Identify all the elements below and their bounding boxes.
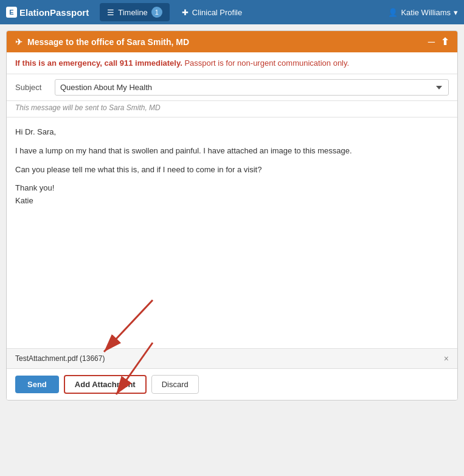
user-label: Katie Williams: [401, 8, 451, 17]
attachment-filename: TestAttachment.pdf (13667): [15, 354, 105, 363]
top-navigation: E ElationPassport ☰ Timeline 1 ✚ Clinica…: [0, 0, 464, 24]
emergency-bold: If this is an emergency, call 911 immedi…: [15, 58, 182, 68]
user-icon: 👤: [388, 8, 398, 17]
discard-button[interactable]: Discard: [151, 375, 199, 394]
minimize-button[interactable]: ─: [428, 37, 435, 47]
emergency-normal: Passport is for non-urgent communication…: [182, 58, 349, 68]
body-line-3: Can you please tell me what this is, and…: [15, 164, 449, 177]
header-actions: ─ ⬆: [428, 36, 449, 47]
add-attachment-button[interactable]: Add Attachment: [64, 375, 147, 394]
list-icon: ☰: [107, 8, 114, 17]
send-icon: ✈: [15, 37, 23, 47]
logo-text: ElationPassport: [19, 7, 89, 18]
clinical-profile-button[interactable]: ✚ Clinical Profile: [175, 3, 249, 21]
subject-label: Subject: [15, 83, 49, 92]
user-menu[interactable]: 👤 Katie Williams ▾: [388, 8, 458, 17]
app-logo: E ElationPassport: [6, 7, 89, 18]
header-left: ✈ Message to the office of Sara Smith, M…: [15, 37, 189, 47]
plus-icon: ✚: [182, 8, 189, 17]
attachment-item: TestAttachment.pdf (13667): [15, 354, 105, 363]
emergency-banner: If this is an emergency, call 911 immedi…: [7, 52, 457, 74]
subject-select[interactable]: Question About My Health Prescription Re…: [55, 79, 449, 96]
body-line-4: Thank you!Katie: [15, 182, 449, 208]
timeline-button[interactable]: ☰ Timeline 1: [100, 3, 170, 21]
footer-buttons: Send Add Attachment Discard: [7, 369, 457, 400]
header-title: Message to the office of Sara Smith, MD: [27, 37, 189, 47]
timeline-label: Timeline: [118, 8, 148, 17]
timeline-badge: 1: [151, 7, 162, 18]
message-panel: ✈ Message to the office of Sara Smith, M…: [6, 30, 458, 401]
body-line-1: Hi Dr. Sara,: [15, 126, 449, 139]
dropdown-icon: ▾: [454, 8, 458, 17]
subject-row: Subject Question About My Health Prescri…: [7, 74, 457, 101]
send-button[interactable]: Send: [15, 376, 59, 393]
attachment-remove-button[interactable]: ×: [444, 354, 449, 363]
clinical-profile-label: Clinical Profile: [192, 8, 242, 17]
logo-icon: E: [6, 7, 17, 18]
body-line-2: I have a lump on my hand that is swollen…: [15, 145, 449, 158]
attachment-area: TestAttachment.pdf (13667) ×: [7, 349, 457, 369]
message-header: ✈ Message to the office of Sara Smith, M…: [7, 31, 457, 52]
maximize-button[interactable]: ⬆: [441, 36, 449, 47]
message-body[interactable]: Hi Dr. Sara, I have a lump on my hand th…: [7, 117, 457, 349]
recipient-hint: This message will be sent to Sara Smith,…: [7, 101, 457, 117]
